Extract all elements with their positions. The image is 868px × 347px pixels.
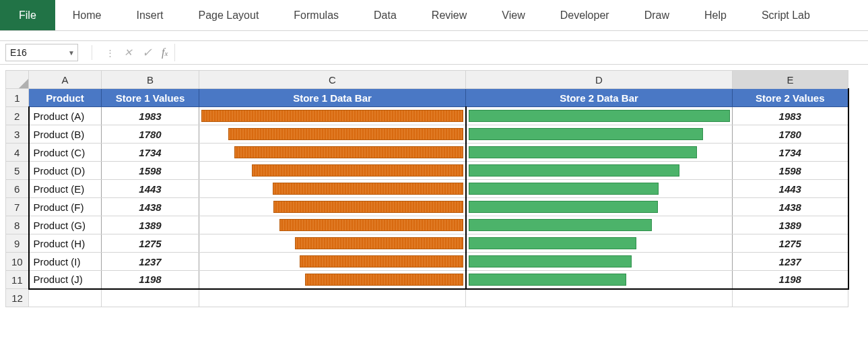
tab-page-layout[interactable]: Page Layout	[180, 0, 276, 30]
cell-store2-value[interactable]: 1389	[733, 216, 848, 234]
cell-store2-value[interactable]: 1734	[733, 144, 848, 162]
cell-store1-databar[interactable]	[199, 107, 466, 125]
cell-store2-databar[interactable]	[466, 125, 733, 144]
cell-store1-value[interactable]: 1780	[102, 125, 199, 144]
col-head-c[interactable]: C	[199, 71, 466, 89]
cell-product[interactable]: Product (G)	[29, 216, 102, 234]
tab-file[interactable]: File	[0, 0, 55, 30]
cell-store1-value[interactable]: 1438	[102, 198, 199, 216]
cell-store1-databar[interactable]	[199, 198, 466, 216]
row-head-7[interactable]: 7	[6, 198, 29, 216]
tab-insert[interactable]: Insert	[119, 0, 180, 30]
cell-store2-databar[interactable]	[466, 180, 733, 198]
tab-home[interactable]: Home	[55, 0, 119, 30]
cell-store1-value[interactable]: 1734	[102, 144, 199, 162]
cell-store1-value[interactable]: 1389	[102, 216, 199, 234]
cell-store2-value[interactable]: 1780	[733, 125, 848, 144]
grid[interactable]: A B C D E 1 Product Store 1 Values Store…	[5, 70, 849, 307]
cell-store2-databar[interactable]	[466, 162, 733, 180]
data-bar-store1	[273, 201, 463, 213]
header-store2-databar: Store 2 Data Bar	[466, 89, 733, 107]
tab-help[interactable]: Help	[687, 0, 744, 30]
cell-store2-value[interactable]: 1443	[733, 180, 848, 198]
row-head-4[interactable]: 4	[6, 144, 29, 162]
cell-store2-value[interactable]: 1275	[733, 234, 848, 253]
tab-data[interactable]: Data	[356, 0, 414, 30]
cell-store1-databar[interactable]	[199, 144, 466, 162]
cell-store1-value[interactable]: 1983	[102, 107, 199, 125]
cell-product[interactable]: Product (I)	[29, 253, 102, 271]
row-head-2[interactable]: 2	[6, 107, 29, 125]
cancel-icon[interactable]: ✕	[124, 46, 133, 59]
cell-store2-value[interactable]: 1438	[733, 198, 848, 216]
cell-store2-databar[interactable]	[466, 144, 733, 162]
row-head-9[interactable]: 9	[6, 234, 29, 253]
chevron-down-icon[interactable]: ▼	[68, 49, 75, 57]
tab-view[interactable]: View	[484, 0, 542, 30]
cell-store1-value[interactable]: 1598	[102, 162, 199, 180]
col-head-e[interactable]: E	[733, 71, 848, 89]
cell-store1-databar[interactable]	[199, 234, 466, 253]
cell-product[interactable]: Product (E)	[29, 180, 102, 198]
cell-store1-value[interactable]: 1198	[102, 271, 199, 289]
cell-product[interactable]: Product (D)	[29, 162, 102, 180]
row-head-10[interactable]: 10	[6, 253, 29, 271]
tab-review[interactable]: Review	[414, 0, 484, 30]
cell-store2-databar[interactable]	[466, 253, 733, 271]
cell-store2-databar[interactable]	[466, 234, 733, 253]
tab-formulas[interactable]: Formulas	[276, 0, 356, 30]
cell-store2-value[interactable]: 1983	[733, 107, 848, 125]
cell[interactable]	[102, 289, 199, 307]
row-head-6[interactable]: 6	[6, 180, 29, 198]
col-head-b[interactable]: B	[102, 71, 199, 89]
row-head-3[interactable]: 3	[6, 125, 29, 144]
tab-script-lab[interactable]: Script Lab	[744, 0, 828, 30]
data-bar-store2	[469, 146, 698, 158]
row-head-5[interactable]: 5	[6, 162, 29, 180]
cell-store1-value[interactable]: 1443	[102, 180, 199, 198]
header-store1-databar: Store 1 Data Bar	[199, 89, 466, 107]
commit-icon[interactable]: ✓	[142, 45, 152, 60]
row-head-8[interactable]: 8	[6, 216, 29, 234]
fx-icon[interactable]: fx	[162, 46, 168, 59]
tab-draw[interactable]: Draw	[627, 0, 687, 30]
cell-store2-value[interactable]: 1237	[733, 253, 848, 271]
name-box[interactable]: E16 ▼	[5, 44, 78, 61]
select-all-corner[interactable]	[6, 71, 29, 89]
row-head-12[interactable]: 12	[6, 289, 29, 307]
col-head-d[interactable]: D	[466, 71, 733, 89]
cell-store2-databar[interactable]	[466, 216, 733, 234]
cell[interactable]	[29, 289, 102, 307]
cell-store1-databar[interactable]	[199, 125, 466, 144]
cell-store2-databar[interactable]	[466, 198, 733, 216]
data-bar-store2	[469, 183, 659, 195]
formula-bar[interactable]	[174, 44, 868, 61]
cell-store1-value[interactable]: 1237	[102, 253, 199, 271]
cell-store1-databar[interactable]	[199, 253, 466, 271]
cell-product[interactable]: Product (F)	[29, 198, 102, 216]
data-bar-store2	[469, 128, 704, 140]
cell-product[interactable]: Product (B)	[29, 125, 102, 144]
cell-product[interactable]: Product (C)	[29, 144, 102, 162]
data-bar-store1	[295, 237, 463, 249]
cell-product[interactable]: Product (A)	[29, 107, 102, 125]
cell-store1-databar[interactable]	[199, 180, 466, 198]
cell-store2-databar[interactable]	[466, 271, 733, 289]
col-head-a[interactable]: A	[29, 71, 102, 89]
cell-product[interactable]: Product (J)	[29, 271, 102, 289]
cell-store1-databar[interactable]	[199, 216, 466, 234]
cell[interactable]	[199, 289, 466, 307]
tab-developer[interactable]: Developer	[543, 0, 627, 30]
cell-store1-databar[interactable]	[199, 271, 466, 289]
worksheet[interactable]: A B C D E 1 Product Store 1 Values Store…	[0, 65, 868, 307]
cell-store1-databar[interactable]	[199, 162, 466, 180]
cell-product[interactable]: Product (H)	[29, 234, 102, 253]
cell-store2-value[interactable]: 1598	[733, 162, 848, 180]
cell-store2-databar[interactable]	[466, 107, 733, 125]
cell[interactable]	[466, 289, 733, 307]
cell[interactable]	[733, 289, 848, 307]
row-head-11[interactable]: 11	[6, 271, 29, 289]
cell-store2-value[interactable]: 1198	[733, 271, 848, 289]
cell-store1-value[interactable]: 1275	[102, 234, 199, 253]
row-head-1[interactable]: 1	[6, 89, 29, 107]
